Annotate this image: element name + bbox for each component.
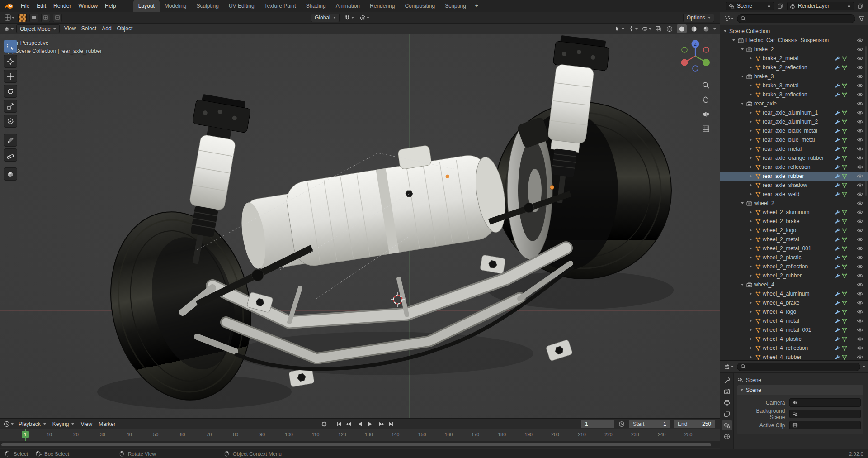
viewport-canvas[interactable]: [0, 34, 720, 418]
hide-in-viewport-icon[interactable]: [857, 310, 863, 314]
shading-rendered-icon[interactable]: [701, 24, 711, 33]
viewport-menu-view[interactable]: View: [61, 24, 79, 34]
timeline-menu-keying[interactable]: Keying: [49, 419, 78, 429]
expand-caret-right-icon[interactable]: [748, 320, 754, 322]
outliner-row-wheel-4-reflection[interactable]: wheel_4_reflection: [720, 344, 868, 353]
expand-caret-right-icon[interactable]: [748, 211, 754, 214]
hide-in-viewport-icon[interactable]: [857, 83, 863, 88]
outliner-row-brake-3-reflection[interactable]: brake_3_reflection: [720, 90, 868, 99]
expand-caret-right-icon[interactable]: [748, 256, 754, 259]
outliner-row-wheel-4-aluminum[interactable]: wheel_4_aluminum: [720, 289, 868, 298]
transform-orientation-dropdown[interactable]: Global: [311, 14, 340, 22]
hide-in-viewport-icon[interactable]: [857, 192, 863, 196]
tool-transform-icon[interactable]: [4, 114, 17, 128]
mesh-data-icon[interactable]: [842, 210, 847, 215]
frame-start-field[interactable]: Start 1: [629, 420, 670, 428]
outliner-row-rear-axle-metal[interactable]: rear_axle_metal: [720, 144, 868, 153]
mesh-data-icon[interactable]: [842, 255, 847, 260]
hide-in-viewport-icon[interactable]: [857, 38, 863, 43]
mesh-data-icon[interactable]: [842, 65, 847, 70]
next-keyframe-icon[interactable]: [376, 420, 385, 428]
workspace-tab-shading[interactable]: Shading: [301, 0, 331, 12]
outliner-row-wheel-4-plastic[interactable]: wheel_4_plastic: [720, 334, 868, 344]
viewport-menu-add[interactable]: Add: [99, 24, 114, 34]
view-layer-selector[interactable]: RenderLayer: [787, 2, 854, 10]
hide-in-viewport-icon[interactable]: [857, 183, 863, 187]
outliner-row-wheel-2-plastic[interactable]: wheel_2_plastic: [720, 253, 868, 262]
mesh-data-icon[interactable]: [842, 319, 847, 324]
hide-in-viewport-icon[interactable]: [857, 264, 863, 269]
mode-dropdown[interactable]: Object Mode: [16, 24, 60, 33]
mesh-data-icon[interactable]: [842, 228, 847, 233]
outliner-row-wheel-2-brake[interactable]: wheel_2_brake: [720, 217, 868, 226]
modifier-icon[interactable]: [835, 165, 840, 170]
options-dropdown[interactable]: Options: [683, 14, 714, 22]
properties-tab-tool-icon[interactable]: [722, 375, 732, 385]
outliner-row-brake-3[interactable]: brake_3: [720, 72, 868, 81]
mesh-data-icon[interactable]: [842, 346, 847, 351]
outliner-row-brake-2-reflection[interactable]: brake_2_reflection: [720, 63, 868, 72]
expand-caret-right-icon[interactable]: [748, 84, 754, 87]
hide-in-viewport-icon[interactable]: [857, 65, 863, 70]
hide-in-viewport-icon[interactable]: [857, 101, 863, 106]
expand-caret-right-icon[interactable]: [748, 57, 754, 60]
mesh-data-icon[interactable]: [842, 119, 847, 124]
hide-in-viewport-icon[interactable]: [857, 355, 863, 359]
workspace-tab-uv-editing[interactable]: UV Editing: [224, 0, 259, 12]
expand-caret-right-icon[interactable]: [748, 120, 754, 123]
select-mode-subtract-button[interactable]: [53, 14, 62, 22]
hide-in-viewport-icon[interactable]: [857, 174, 863, 178]
close-icon[interactable]: [847, 4, 851, 8]
expand-caret-down-icon[interactable]: [739, 103, 745, 105]
expand-caret-right-icon[interactable]: [748, 247, 754, 250]
workspace-tab-texture-paint[interactable]: Texture Paint: [259, 0, 301, 12]
add-workspace-button[interactable]: +: [471, 0, 482, 12]
mesh-data-icon[interactable]: [842, 328, 847, 333]
expand-caret-right-icon[interactable]: [748, 111, 754, 114]
outliner-row-wheel-2[interactable]: wheel_2: [720, 199, 868, 208]
expand-caret-right-icon[interactable]: [748, 66, 754, 69]
modifier-icon[interactable]: [835, 228, 840, 233]
mesh-data-icon[interactable]: [842, 219, 847, 224]
frame-ruler[interactable]: 1 10203040506070809010011012013014015016…: [0, 429, 720, 441]
expand-caret-right-icon[interactable]: [748, 193, 754, 196]
expand-caret-down-icon[interactable]: [739, 76, 745, 77]
modifier-icon[interactable]: [835, 310, 840, 315]
expand-caret-right-icon[interactable]: [748, 138, 754, 141]
mesh-data-icon[interactable]: [842, 337, 847, 342]
auto-keying-icon[interactable]: [319, 420, 329, 428]
timeline-scrollbar[interactable]: [0, 441, 720, 448]
hide-in-viewport-icon[interactable]: [857, 201, 863, 205]
outliner-row-rear-axle-weld[interactable]: rear_axle_weld: [720, 190, 868, 199]
modifier-icon[interactable]: [835, 92, 840, 97]
hide-in-viewport-icon[interactable]: [857, 346, 863, 350]
hide-in-viewport-icon[interactable]: [857, 328, 863, 332]
play-icon[interactable]: [365, 420, 375, 428]
modifier-icon[interactable]: [835, 138, 840, 143]
modifier-icon[interactable]: [835, 210, 840, 215]
outliner-row-rear-axle-aluminum-2[interactable]: rear_axle_aluminum_2: [720, 117, 868, 126]
menu-render[interactable]: Render: [50, 0, 75, 12]
outliner-row-wheel-2-reflection[interactable]: wheel_2_reflection: [720, 262, 868, 271]
outliner-row-rear-axle-reflection[interactable]: rear_axle_reflection: [720, 162, 868, 172]
properties-tab-output-icon[interactable]: [722, 398, 732, 408]
outliner-row-wheel-4-metal-001[interactable]: wheel_4_metal_001: [720, 325, 868, 334]
xray-toggle-icon[interactable]: [655, 25, 662, 33]
outliner-row-rear-axle-rubber[interactable]: rear_axle_rubber: [720, 172, 868, 181]
expand-caret-down-icon[interactable]: [739, 284, 745, 286]
expand-caret-down-icon[interactable]: [722, 30, 728, 32]
snap-magnet-icon[interactable]: [344, 14, 355, 22]
hide-in-viewport-icon[interactable]: [857, 110, 863, 115]
modifier-icon[interactable]: [835, 264, 840, 269]
expand-caret-right-icon[interactable]: [748, 292, 754, 295]
scene-panel-header[interactable]: Scene: [737, 385, 863, 395]
shading-dropdown-caret-icon[interactable]: [713, 28, 716, 30]
outliner-row-wheel-2-metal-001[interactable]: wheel_2_metal_001: [720, 244, 868, 253]
new-view-layer-icon[interactable]: [857, 2, 864, 10]
outliner-row-wheel-4-logo[interactable]: wheel_4_logo: [720, 307, 868, 316]
mesh-data-icon[interactable]: [842, 237, 847, 242]
select-mode-set-button[interactable]: [29, 14, 38, 22]
outliner-row-brake-3-metal[interactable]: brake_3_metal: [720, 81, 868, 90]
tool-select-box-icon[interactable]: [4, 40, 17, 53]
properties-options-caret-icon[interactable]: [863, 366, 865, 367]
